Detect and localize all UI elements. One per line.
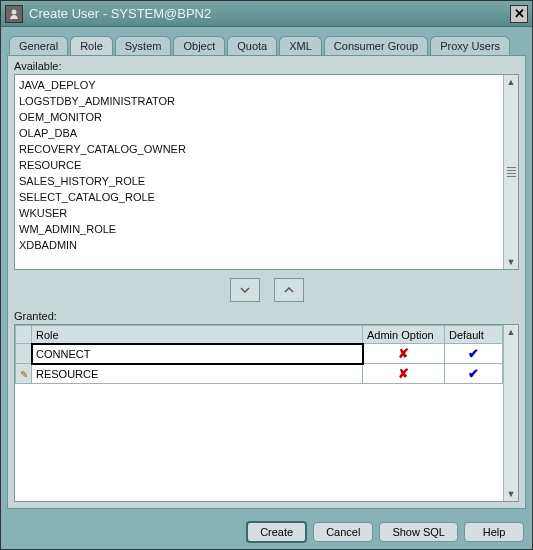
tab-consumer-group[interactable]: Consumer Group: [324, 36, 428, 55]
role-page: Available: JAVA_DEPLOY LOGSTDBY_ADMINIST…: [7, 55, 526, 509]
list-item[interactable]: WM_ADMIN_ROLE: [19, 221, 499, 237]
move-buttons: [14, 270, 519, 310]
scroll-down-icon[interactable]: ▼: [507, 257, 516, 267]
scroll-up-icon[interactable]: ▲: [507, 327, 516, 337]
scroll-up-icon[interactable]: ▲: [507, 77, 516, 87]
granted-label: Granted:: [14, 310, 519, 322]
col-admin-option[interactable]: Admin Option: [363, 326, 445, 344]
list-item[interactable]: SALES_HISTORY_ROLE: [19, 173, 499, 189]
cell-admin[interactable]: ✘: [363, 364, 445, 384]
granted-wrap: Role Admin Option Default CONNECT ✘ ✔ ✎: [14, 324, 519, 502]
row-header-col: [16, 326, 32, 344]
list-item[interactable]: JAVA_DEPLOY: [19, 77, 499, 93]
pencil-icon: ✎: [20, 369, 28, 380]
svg-point-0: [12, 9, 17, 14]
check-icon: ✔: [449, 346, 498, 361]
close-button[interactable]: ✕: [510, 5, 528, 23]
dialog-window: Create User - SYSTEM@BPN2 ✕ General Role…: [0, 0, 533, 550]
tab-proxy-users[interactable]: Proxy Users: [430, 36, 510, 55]
tab-general[interactable]: General: [9, 36, 68, 55]
available-list-inner: JAVA_DEPLOY LOGSTDBY_ADMINISTRATOR OEM_M…: [15, 75, 503, 269]
show-sql-button[interactable]: Show SQL: [379, 522, 458, 542]
tab-role[interactable]: Role: [70, 36, 113, 55]
available-scrollbar[interactable]: ▲ ▼: [503, 75, 518, 269]
cell-role[interactable]: CONNECT: [32, 344, 363, 364]
row-marker: ✎: [16, 364, 32, 384]
list-item[interactable]: SELECT_CATALOG_ROLE: [19, 189, 499, 205]
app-icon: [5, 5, 23, 23]
check-icon: ✔: [449, 366, 498, 381]
titlebar: Create User - SYSTEM@BPN2 ✕: [1, 1, 532, 27]
list-item[interactable]: RESOURCE: [19, 157, 499, 173]
granted-table: Role Admin Option Default CONNECT ✘ ✔ ✎: [15, 325, 503, 384]
granted-scrollbar[interactable]: ▲ ▼: [503, 325, 518, 501]
row-marker: [16, 344, 32, 364]
table-row[interactable]: ✎ RESOURCE ✘ ✔: [16, 364, 503, 384]
table-row[interactable]: CONNECT ✘ ✔: [16, 344, 503, 364]
cell-role[interactable]: RESOURCE: [32, 364, 363, 384]
cell-default[interactable]: ✔: [445, 344, 503, 364]
col-default[interactable]: Default: [445, 326, 503, 344]
available-listbox[interactable]: JAVA_DEPLOY LOGSTDBY_ADMINISTRATOR OEM_M…: [14, 74, 519, 270]
list-item[interactable]: LOGSTDBY_ADMINISTRATOR: [19, 93, 499, 109]
tab-system[interactable]: System: [115, 36, 172, 55]
scroll-grip-icon[interactable]: [507, 167, 516, 177]
tabstrip: General Role System Object Quota XML Con…: [7, 33, 526, 55]
cell-admin[interactable]: ✘: [363, 344, 445, 364]
tab-xml[interactable]: XML: [279, 36, 322, 55]
tab-quota[interactable]: Quota: [227, 36, 277, 55]
chevron-down-icon: [238, 283, 252, 297]
client-area: General Role System Object Quota XML Con…: [1, 27, 532, 515]
chevron-up-icon: [282, 283, 296, 297]
list-item[interactable]: XDBADMIN: [19, 237, 499, 253]
x-icon: ✘: [367, 346, 440, 361]
button-bar: Create Cancel Show SQL Help: [1, 515, 532, 549]
col-role[interactable]: Role: [32, 326, 363, 344]
list-item[interactable]: OEM_MONITOR: [19, 109, 499, 125]
move-down-button[interactable]: [230, 278, 260, 302]
create-button[interactable]: Create: [246, 521, 307, 543]
tab-object[interactable]: Object: [173, 36, 225, 55]
help-button[interactable]: Help: [464, 522, 524, 542]
available-label: Available:: [14, 60, 519, 72]
window-title: Create User - SYSTEM@BPN2: [29, 6, 510, 21]
x-icon: ✘: [367, 366, 440, 381]
list-item[interactable]: WKUSER: [19, 205, 499, 221]
move-up-button[interactable]: [274, 278, 304, 302]
list-item[interactable]: RECOVERY_CATALOG_OWNER: [19, 141, 499, 157]
scroll-down-icon[interactable]: ▼: [507, 489, 516, 499]
granted-table-box: Role Admin Option Default CONNECT ✘ ✔ ✎: [14, 324, 519, 502]
cancel-button[interactable]: Cancel: [313, 522, 373, 542]
list-item[interactable]: OLAP_DBA: [19, 125, 499, 141]
cell-default[interactable]: ✔: [445, 364, 503, 384]
